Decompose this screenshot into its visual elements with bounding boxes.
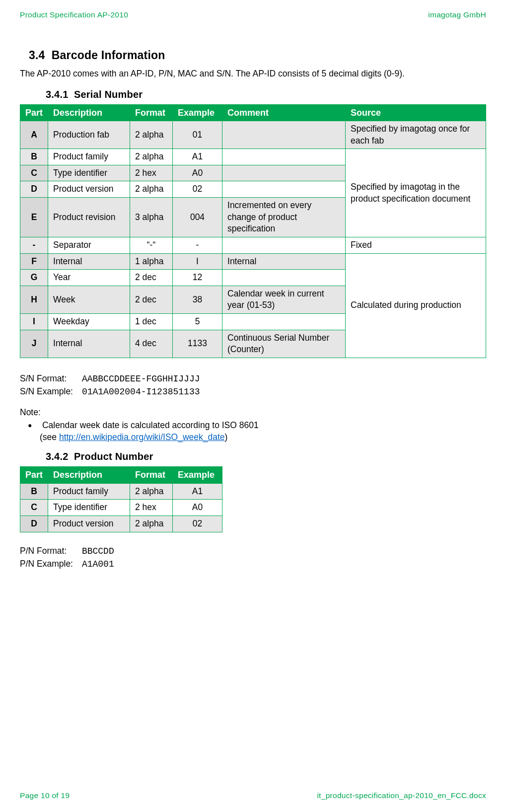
heading-title: Serial Number: [74, 89, 143, 100]
col-example: Example: [173, 104, 222, 121]
cell-part: D: [20, 516, 48, 532]
cell-comment: Internal: [222, 253, 346, 270]
note-text: Calendar week date is calculated accordi…: [42, 420, 259, 430]
sn-example-label: S/N Example:: [20, 386, 79, 398]
cell-comment: [222, 237, 346, 253]
cell-part: J: [20, 330, 48, 358]
cell-format: 4 dec: [130, 330, 173, 358]
cell-example: 38: [173, 286, 222, 313]
cell-part: C: [20, 165, 48, 181]
sn-example-row: S/N Example: 01A1A002004-I123851133: [20, 386, 486, 398]
cell-format: “-“: [130, 237, 173, 253]
table-row: - Separator “-“ - Fixed: [20, 237, 486, 253]
cell-format: 1 dec: [130, 314, 173, 330]
cell-example: A0: [173, 165, 222, 181]
cell-desc: Year: [48, 270, 130, 286]
cell-part: F: [20, 253, 48, 270]
page-footer: Page 10 of 19 it_product-specification_a…: [20, 791, 486, 801]
cell-comment: Continuous Serial Number (Counter): [222, 330, 346, 358]
sn-format-label: S/N Format:: [20, 373, 79, 385]
note-list: Calendar week date is calculated accordi…: [40, 420, 486, 443]
table-header-row: Part Description Format Example: [20, 467, 222, 483]
wikipedia-link[interactable]: http://en.wikipedia.org/wiki/ISO_week_da…: [59, 432, 225, 442]
col-description: Description: [48, 467, 130, 483]
cell-format: 2 alpha: [130, 181, 173, 198]
heading-number: 3.4.1: [46, 89, 68, 100]
col-format: Format: [130, 104, 173, 121]
page-header: Product Specification AP-2010 imagotag G…: [20, 10, 486, 20]
cell-part: D: [20, 181, 48, 198]
product-number-table: Part Description Format Example B Produc…: [20, 466, 222, 532]
cell-example: 12: [173, 270, 222, 286]
cell-example: 004: [173, 198, 222, 237]
cell-part: I: [20, 314, 48, 330]
cell-format: 2 hex: [130, 165, 173, 181]
footer-left: Page 10 of 19: [20, 791, 70, 801]
heading-3-4-1: 3.4.1 Serial Number: [46, 88, 486, 101]
cell-desc: Product version: [48, 181, 130, 198]
heading-title: Barcode Information: [52, 49, 165, 62]
pn-example-label: P/N Example:: [20, 558, 79, 570]
cell-desc: Product version: [48, 516, 130, 532]
cell-comment: [222, 165, 346, 181]
section-intro: The AP-2010 comes with an AP-ID, P/N, MA…: [20, 68, 486, 80]
sn-format-value: AABBCCDDEEE-FGGHHIJJJJ: [82, 374, 200, 384]
cell-format: 2 alpha: [130, 516, 173, 532]
table-row: F Internal 1 alpha I Internal Calculated…: [20, 253, 486, 270]
cell-example: 01: [173, 121, 222, 148]
pn-format-row: P/N Format: BBCCDD: [20, 545, 486, 557]
cell-format: 2 hex: [130, 500, 173, 516]
cell-desc: Week: [48, 286, 130, 313]
cell-comment: [222, 270, 346, 286]
cell-desc: Weekday: [48, 314, 130, 330]
cell-part: B: [20, 149, 48, 165]
serial-number-table: Part Description Format Example Comment …: [20, 104, 486, 358]
table-row: C Type identifier 2 hex A0: [20, 500, 222, 516]
cell-format: 2 dec: [130, 286, 173, 313]
cell-desc: Type identifier: [48, 165, 130, 181]
cell-desc: Internal: [48, 330, 130, 358]
cell-part: H: [20, 286, 48, 313]
cell-example: 02: [173, 181, 222, 198]
cell-comment: Incremented on every change of product s…: [222, 198, 346, 237]
pn-example-row: P/N Example: A1A001: [20, 558, 486, 570]
note-item: Calendar week date is calculated accordi…: [40, 420, 486, 443]
cell-example: A1: [173, 149, 222, 165]
table-header-row: Part Description Format Example Comment …: [20, 104, 486, 121]
cell-desc: Product family: [48, 149, 130, 165]
col-part: Part: [20, 104, 48, 121]
cell-part: G: [20, 270, 48, 286]
heading-number: 3.4: [29, 49, 45, 62]
header-left: Product Specification AP-2010: [20, 10, 128, 20]
col-description: Description: [48, 104, 130, 121]
table-row: D Product version 2 alpha 02: [20, 516, 222, 532]
pn-format-label: P/N Format:: [20, 545, 79, 557]
cell-part: C: [20, 500, 48, 516]
cell-desc: Type identifier: [48, 500, 130, 516]
cell-example: 02: [173, 516, 222, 532]
cell-desc: Separator: [48, 237, 130, 253]
note-close: ): [225, 432, 228, 442]
cell-format: 2 alpha: [130, 121, 173, 148]
cell-part: A: [20, 121, 48, 148]
cell-desc: Production fab: [48, 121, 130, 148]
cell-example: A1: [173, 483, 222, 500]
cell-example: -: [173, 237, 222, 253]
cell-comment: [222, 314, 346, 330]
note-see: (see: [40, 432, 59, 442]
sn-example-value: 01A1A002004-I123851133: [82, 387, 200, 397]
cell-part: E: [20, 198, 48, 237]
cell-desc: Internal: [48, 253, 130, 270]
col-comment: Comment: [222, 104, 346, 121]
cell-comment: [222, 149, 346, 165]
pn-example-value: A1A001: [82, 559, 114, 569]
col-part: Part: [20, 467, 48, 483]
cell-format: 2 dec: [130, 270, 173, 286]
cell-format: 2 alpha: [130, 483, 173, 500]
cell-part: -: [20, 237, 48, 253]
cell-comment: [222, 181, 346, 198]
header-right: imagotag GmbH: [428, 10, 486, 20]
heading-number: 3.4.2: [46, 451, 68, 462]
cell-desc: Product revision: [48, 198, 130, 237]
table-row: B Product family 2 alpha A1 Specified by…: [20, 149, 486, 165]
